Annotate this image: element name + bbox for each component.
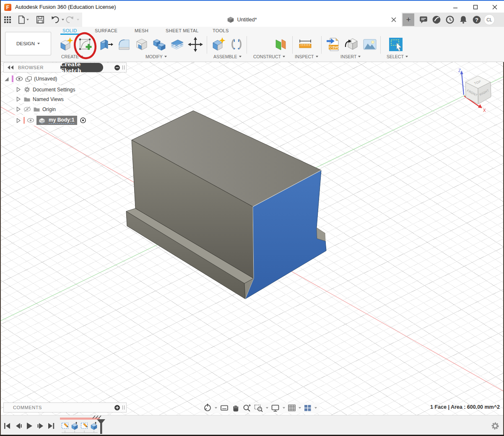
extensions-icon[interactable] bbox=[432, 15, 441, 24]
timeline-playhead[interactable] bbox=[97, 419, 105, 434]
x-axis-label: X bbox=[483, 108, 486, 113]
new-component-icon[interactable] bbox=[210, 36, 226, 53]
collapse-panel-icon[interactable] bbox=[7, 65, 15, 70]
tab-tools[interactable]: TOOLS bbox=[213, 28, 229, 33]
tab-close-icon[interactable] bbox=[390, 16, 397, 23]
selected-body-chip[interactable]: my Body:1 bbox=[36, 116, 77, 125]
add-comment-icon[interactable] bbox=[114, 405, 120, 411]
caret-closed-icon[interactable] bbox=[15, 117, 21, 124]
file-menu-icon[interactable] bbox=[18, 16, 29, 24]
redo-icon[interactable] bbox=[65, 16, 80, 24]
select-icon[interactable] bbox=[387, 36, 404, 53]
caret-closed-icon[interactable] bbox=[15, 96, 21, 102]
tab-sheet-metal[interactable]: SHEET METAL bbox=[166, 28, 199, 33]
save-icon[interactable] bbox=[36, 16, 44, 24]
group-select[interactable]: SELECT bbox=[387, 54, 408, 59]
go-to-end-button[interactable] bbox=[48, 423, 54, 429]
ribbon-separator bbox=[380, 36, 381, 54]
timeline-extrude-feature[interactable] bbox=[72, 422, 78, 430]
settings-gear-icon[interactable] bbox=[490, 420, 501, 431]
named-views-label[interactable]: Named Views bbox=[33, 96, 64, 102]
tab-mesh[interactable]: MESH bbox=[135, 28, 148, 33]
comments-panel-header[interactable]: COMMENTS bbox=[3, 402, 127, 413]
chevron-down-icon[interactable] bbox=[215, 407, 217, 409]
group-construct[interactable]: CONSTRUCT bbox=[253, 54, 285, 59]
timeline-extrude-feature[interactable] bbox=[91, 422, 97, 430]
job-status-clock-icon[interactable] bbox=[445, 15, 455, 24]
caret-open-icon[interactable] bbox=[3, 76, 10, 82]
workspace-label: DESIGN bbox=[16, 41, 35, 46]
zoom-icon[interactable] bbox=[242, 404, 252, 412]
remove-panel-icon[interactable] bbox=[114, 65, 120, 71]
comments-feed-icon[interactable] bbox=[419, 15, 428, 24]
new-tab-button[interactable]: + bbox=[403, 13, 414, 26]
viewports-icon[interactable] bbox=[304, 404, 312, 412]
insert-svg-icon[interactable]: SVG bbox=[326, 36, 343, 53]
model-body[interactable] bbox=[126, 111, 326, 299]
fillet-icon[interactable] bbox=[116, 36, 132, 53]
visibility-eye-icon[interactable] bbox=[27, 117, 34, 123]
root-component-label[interactable]: (Unsaved) bbox=[34, 76, 57, 82]
help-icon[interactable]: ? bbox=[472, 15, 481, 24]
orbit-icon[interactable] bbox=[203, 403, 212, 413]
pan-hand-icon[interactable] bbox=[231, 404, 240, 412]
browser-item-document-settings[interactable]: Document Settings bbox=[14, 85, 79, 94]
browser-item-body[interactable]: my Body:1 bbox=[14, 115, 91, 126]
visibility-eye-icon[interactable] bbox=[16, 76, 23, 82]
offset-face-icon[interactable] bbox=[169, 36, 185, 53]
undo-icon[interactable] bbox=[50, 16, 65, 24]
app-grid-icon[interactable] bbox=[3, 16, 12, 24]
display-settings-icon[interactable] bbox=[271, 404, 280, 412]
maximize-button[interactable] bbox=[466, 1, 485, 13]
close-button[interactable] bbox=[486, 1, 504, 13]
group-assemble[interactable]: ASSEMBLE bbox=[213, 54, 242, 59]
measure-icon[interactable] bbox=[297, 36, 314, 53]
move-icon[interactable] bbox=[187, 36, 204, 53]
user-avatar[interactable]: CL bbox=[484, 14, 495, 25]
window-title: Autodesk Fusion 360 (Education License) bbox=[15, 4, 116, 10]
joint-icon[interactable] bbox=[228, 36, 245, 53]
caret-closed-icon[interactable] bbox=[15, 86, 21, 93]
insert-mesh-icon[interactable] bbox=[344, 36, 361, 53]
minimize-button[interactable] bbox=[446, 1, 465, 13]
svg-badge-text: SVG bbox=[333, 45, 340, 49]
panel-drag-grip[interactable] bbox=[122, 65, 125, 70]
timeline-sketch-feature[interactable] bbox=[62, 423, 68, 428]
browser-item-root[interactable]: (Unsaved) bbox=[3, 75, 61, 83]
chevron-down-icon[interactable] bbox=[314, 407, 317, 409]
chevron-down-icon[interactable] bbox=[266, 407, 268, 409]
panel-drag-grip[interactable] bbox=[122, 405, 125, 410]
chevron-down-icon[interactable] bbox=[299, 407, 301, 409]
group-modify[interactable]: MODIFY bbox=[145, 54, 167, 59]
notifications-bell-icon[interactable] bbox=[459, 15, 468, 24]
construct-plane-icon[interactable] bbox=[272, 36, 288, 53]
browser-item-named-views[interactable]: Named Views bbox=[14, 95, 68, 103]
canvas-image-icon[interactable] bbox=[361, 36, 378, 53]
origin-label[interactable]: Origin bbox=[42, 106, 56, 112]
document-tab[interactable]: Untitled* bbox=[82, 13, 402, 27]
combine-icon[interactable] bbox=[151, 36, 168, 53]
visibility-off-eye-icon[interactable] bbox=[23, 106, 31, 112]
body-label[interactable]: my Body:1 bbox=[49, 117, 74, 124]
group-insert[interactable]: INSERT bbox=[340, 54, 361, 59]
look-at-icon[interactable] bbox=[220, 404, 229, 412]
play-button[interactable] bbox=[27, 423, 32, 429]
caret-closed-icon[interactable] bbox=[15, 106, 21, 112]
go-to-start-button[interactable] bbox=[4, 423, 10, 429]
timeline-rollback-bar[interactable] bbox=[60, 418, 100, 420]
grid-display-icon[interactable] bbox=[288, 404, 296, 412]
chevron-down-icon[interactable] bbox=[283, 407, 285, 409]
viewcube[interactable]: TOP FRONT RIGHT Z X bbox=[458, 68, 491, 113]
shell-icon[interactable] bbox=[133, 36, 150, 53]
zoom-window-icon[interactable] bbox=[254, 404, 263, 412]
titlebar: F Autodesk Fusion 360 (Education License… bbox=[0, 0, 504, 13]
browser-item-origin[interactable]: Origin bbox=[14, 105, 60, 113]
step-forward-button[interactable] bbox=[38, 423, 44, 429]
timeline-sketch-feature[interactable] bbox=[81, 423, 88, 428]
selection-target-icon[interactable] bbox=[79, 117, 87, 124]
group-inspect[interactable]: INSPECT bbox=[295, 54, 318, 59]
workspace-selector[interactable]: DESIGN bbox=[5, 32, 51, 55]
document-settings-label[interactable]: Document Settings bbox=[33, 87, 75, 93]
step-back-button[interactable] bbox=[16, 423, 22, 429]
body-cube-icon bbox=[38, 117, 46, 124]
